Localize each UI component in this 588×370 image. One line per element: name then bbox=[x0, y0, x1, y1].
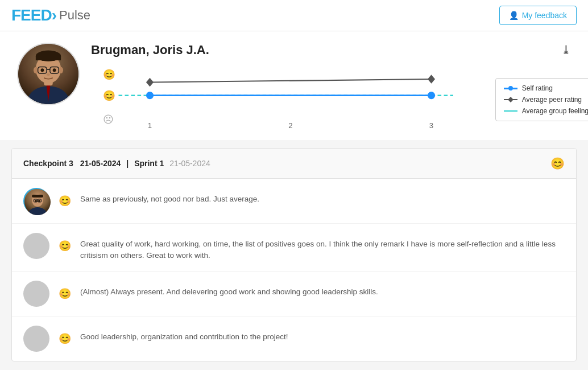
svg-point-24 bbox=[146, 92, 154, 99]
svg-text:😊: 😊 bbox=[103, 68, 115, 81]
svg-text:3: 3 bbox=[429, 121, 433, 129]
profile-section: Brugman, Joris J.A. ⤓ 😊 😊 ☹ 1 2 3 bbox=[0, 31, 588, 141]
feedback-item: 😊(Almost) Always present. And delevering… bbox=[12, 272, 576, 316]
checkpoint-smiley-icon: 😊 bbox=[550, 157, 565, 170]
checkpoint-header: Checkpoint 3 21-05-2024 | Sprint 1 21-05… bbox=[12, 149, 576, 179]
checkpoint-title: Checkpoint 3 21-05-2024 | Sprint 1 21-05… bbox=[23, 159, 210, 168]
feedback-text: Same as previously, not good nor bad. Ju… bbox=[80, 188, 565, 205]
feedback-avatar bbox=[23, 281, 49, 307]
svg-point-36 bbox=[35, 200, 37, 202]
legend-peer-rating-label: Average peer rating bbox=[522, 96, 582, 104]
svg-point-9 bbox=[59, 67, 63, 73]
person-icon: 👤 bbox=[509, 11, 519, 20]
svg-text:1: 1 bbox=[148, 121, 152, 129]
feedback-avatar bbox=[23, 326, 49, 352]
svg-line-26 bbox=[150, 79, 432, 83]
my-feedback-button[interactable]: 👤 My feedback bbox=[499, 6, 577, 25]
svg-point-37 bbox=[38, 200, 40, 202]
download-icon[interactable]: ⤓ bbox=[561, 43, 571, 56]
chart-container: 😊 😊 ☹ 1 2 3 bbox=[91, 67, 478, 129]
checkpoint-separator: | bbox=[126, 159, 129, 168]
logo: FEED › Pulse bbox=[11, 6, 90, 24]
feedback-emoji: 😊 bbox=[59, 287, 71, 300]
feedback-item: 😊Same as previously, not good nor bad. J… bbox=[12, 179, 576, 224]
logo-arrow: › bbox=[52, 6, 57, 24]
feedback-text: Great quality of work, hard working, on … bbox=[80, 233, 565, 262]
svg-text:2: 2 bbox=[288, 121, 292, 129]
legend-self-rating-label: Self rating bbox=[522, 84, 553, 92]
svg-rect-33 bbox=[32, 195, 43, 198]
checkpoint-date1: 21-05-2024 bbox=[80, 159, 121, 168]
feedback-emoji: 😊 bbox=[59, 240, 71, 252]
logo-pulse-text: Pulse bbox=[59, 8, 90, 23]
logo-feed-text: FEED bbox=[11, 6, 52, 24]
legend-peer-rating: Average peer rating bbox=[504, 96, 588, 104]
checkpoint-sprint: Sprint 1 bbox=[134, 159, 164, 168]
svg-point-14 bbox=[53, 68, 56, 72]
main-content: Checkpoint 3 21-05-2024 | Sprint 1 21-05… bbox=[0, 148, 588, 370]
svg-rect-7 bbox=[36, 56, 61, 60]
svg-point-25 bbox=[428, 92, 435, 99]
feedback-item: 😊Great quality of work, hard working, on… bbox=[12, 224, 576, 272]
header: FEED › Pulse 👤 My feedback bbox=[0, 0, 588, 31]
chart-legend: Self rating Average peer rating Average … bbox=[495, 78, 588, 121]
checkpoint-date2: 21-05-2024 bbox=[169, 159, 210, 168]
svg-text:☹: ☹ bbox=[103, 114, 114, 125]
chart-svg: 😊 😊 ☹ 1 2 3 bbox=[91, 67, 478, 129]
legend-group-feeling-line bbox=[504, 110, 517, 112]
svg-point-8 bbox=[34, 67, 38, 73]
profile-name: Brugman, Joris J.A. bbox=[91, 43, 571, 57]
feedback-avatar bbox=[23, 233, 49, 259]
svg-text:😊: 😊 bbox=[103, 89, 115, 102]
feedback-item: 😊Good leadership, organization and contr… bbox=[12, 316, 576, 361]
legend-self-rating: Self rating bbox=[504, 84, 588, 92]
svg-point-13 bbox=[41, 68, 44, 72]
feedback-text: (Almost) Always present. And delevering … bbox=[80, 281, 565, 298]
checkpoint-label: Checkpoint 3 bbox=[23, 159, 73, 168]
my-feedback-label: My feedback bbox=[522, 11, 567, 20]
avatar bbox=[17, 43, 80, 105]
svg-point-15 bbox=[47, 73, 50, 76]
avatar-image bbox=[18, 43, 78, 105]
checkpoint-section: Checkpoint 3 21-05-2024 | Sprint 1 21-05… bbox=[11, 148, 577, 361]
feedback-emoji: 😊 bbox=[59, 195, 71, 207]
feedback-avatar bbox=[23, 188, 49, 214]
profile-main: Brugman, Joris J.A. ⤓ 😊 😊 ☹ 1 2 3 bbox=[91, 43, 571, 129]
svg-marker-28 bbox=[428, 75, 435, 83]
legend-group-feeling: Average group feeling bbox=[504, 107, 588, 115]
feedback-emoji: 😊 bbox=[59, 332, 71, 345]
svg-marker-27 bbox=[146, 78, 154, 87]
legend-group-feeling-label: Average group feeling bbox=[522, 107, 588, 115]
feedback-list: 😊Same as previously, not good nor bad. J… bbox=[12, 179, 576, 361]
legend-peer-rating-line bbox=[504, 99, 517, 100]
legend-self-rating-line bbox=[504, 88, 517, 89]
feedback-text: Good leadership, organization and contri… bbox=[80, 326, 565, 343]
